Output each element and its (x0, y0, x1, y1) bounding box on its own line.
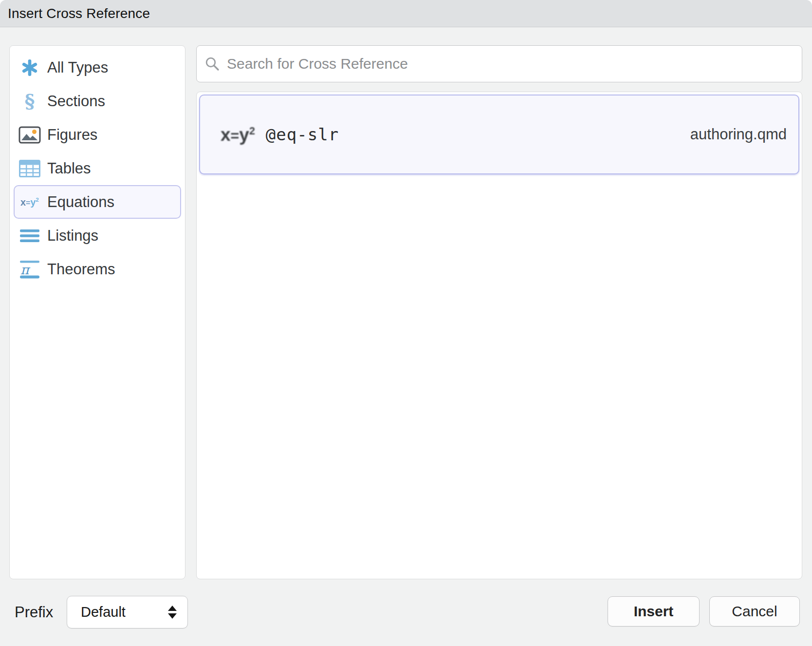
sidebar-item-listings[interactable]: Listings (14, 219, 181, 252)
sidebar-item-label: Equations (47, 193, 114, 211)
sidebar-item-label: Listings (47, 227, 98, 245)
sidebar-item-tables[interactable]: Tables (14, 152, 181, 185)
svg-text:π: π (20, 262, 31, 277)
dialog-title: Insert Cross Reference (8, 6, 150, 21)
sidebar-item-figures[interactable]: Figures (14, 118, 181, 152)
sidebar-item-label: Tables (47, 160, 91, 177)
section-icon: § (18, 92, 41, 111)
prefix-select-value: Default (81, 604, 126, 620)
sidebar-item-label: All Types (47, 59, 108, 76)
asterisk-icon (18, 59, 41, 76)
result-file-name: authoring.qmd (690, 126, 787, 143)
insert-button[interactable]: Insert (608, 596, 700, 627)
dialog-title-bar: Insert Cross Reference (0, 0, 812, 27)
sidebar-item-label: Figures (47, 126, 97, 144)
insert-cross-reference-dialog: Insert Cross Reference All Types § Secti… (0, 0, 812, 646)
theorem-icon: π (18, 260, 41, 279)
result-item-eq-slr[interactable]: x=y2 @eq-slr authoring.qmd (199, 95, 799, 174)
search-icon (204, 56, 220, 72)
sidebar-item-label: Sections (47, 93, 105, 110)
search-box (196, 45, 802, 82)
sidebar-item-sections[interactable]: § Sections (14, 84, 181, 118)
prefix-select[interactable]: Default (67, 596, 188, 628)
figure-icon (18, 126, 41, 144)
result-ref-id: @eq-slr (266, 125, 339, 144)
table-icon (18, 160, 41, 177)
prefix-label: Prefix (15, 596, 53, 628)
sidebar-item-equations[interactable]: x=y2 Equations (14, 185, 181, 219)
updown-arrows-icon (168, 606, 177, 619)
cancel-button[interactable]: Cancel (709, 596, 800, 627)
listings-icon (18, 228, 41, 243)
type-filter-list: All Types § Sections Figures (9, 45, 185, 579)
equation-icon: x=y2 (221, 126, 255, 144)
sidebar-item-theorems[interactable]: π Theorems (14, 252, 181, 286)
sidebar-item-label: Theorems (47, 261, 115, 278)
equation-icon: x=y2 (18, 197, 41, 207)
results-list: x=y2 @eq-slr authoring.qmd (196, 92, 802, 579)
search-input[interactable] (226, 55, 794, 73)
sidebar-item-all-types[interactable]: All Types (14, 51, 181, 84)
